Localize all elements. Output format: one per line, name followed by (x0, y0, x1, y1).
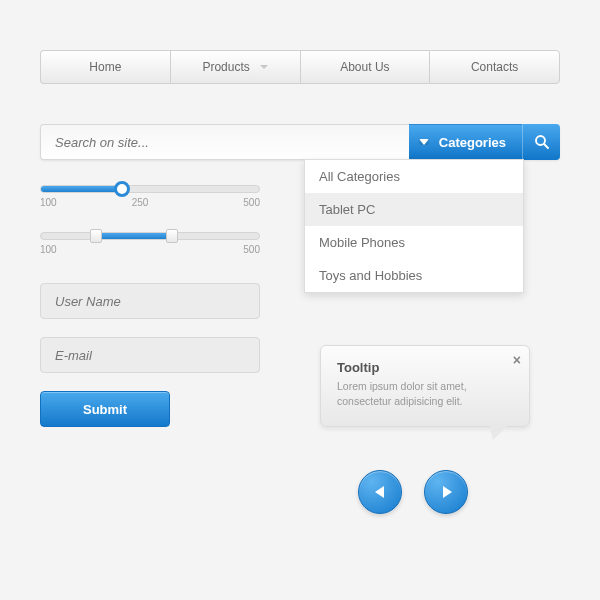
search-bar: Categories (40, 124, 560, 160)
categories-dropdown-button[interactable]: Categories (409, 124, 522, 160)
categories-dropdown-menu: All Categories Tablet PC Mobile Phones T… (304, 159, 524, 293)
search-input[interactable] (40, 124, 409, 160)
arrow-buttons (358, 470, 468, 514)
slider-thumb-min[interactable] (90, 229, 102, 243)
main-nav: Home Products About Us Contacts (40, 50, 560, 84)
slider-thumb[interactable] (114, 181, 130, 197)
nav-item-products[interactable]: Products (170, 50, 300, 84)
next-button[interactable] (424, 470, 468, 514)
email-field[interactable] (40, 337, 260, 373)
categories-label: Categories (439, 135, 506, 150)
submit-button[interactable]: Submit (40, 391, 170, 427)
single-slider: 100 250 500 (40, 185, 260, 208)
nav-item-about[interactable]: About Us (300, 50, 430, 84)
close-icon[interactable]: × (513, 352, 521, 368)
svg-line-1 (544, 144, 548, 148)
slider-labels: 100 500 (40, 244, 260, 255)
nav-label: Home (89, 60, 121, 74)
tooltip-title: Tooltip (337, 360, 513, 375)
nav-label: Products (202, 60, 249, 74)
slider-min: 100 (40, 244, 57, 255)
arrow-right-icon (443, 486, 452, 498)
nav-label: About Us (340, 60, 389, 74)
triangle-down-icon (419, 139, 429, 145)
search-icon (533, 133, 551, 151)
tooltip-body: Lorem ipsum dolor sit amet, consectetur … (337, 379, 513, 408)
dropdown-item[interactable]: Mobile Phones (305, 226, 523, 259)
dropdown-item[interactable]: Tablet PC (305, 193, 523, 226)
sliders-group: 100 250 500 100 500 (40, 185, 260, 255)
dropdown-item[interactable]: All Categories (305, 160, 523, 193)
tooltip-bubble: × Tooltip Lorem ipsum dolor sit amet, co… (320, 345, 530, 427)
slider-max: 500 (243, 244, 260, 255)
slider-mid: 250 (132, 197, 149, 208)
slider-labels: 100 250 500 (40, 197, 260, 208)
slider-min: 100 (40, 197, 57, 208)
slider-thumb-max[interactable] (166, 229, 178, 243)
form-group: Submit (40, 283, 260, 427)
range-slider: 100 500 (40, 232, 260, 255)
username-field[interactable] (40, 283, 260, 319)
slider-track[interactable] (40, 232, 260, 240)
slider-fill (96, 233, 172, 239)
tooltip-tail (489, 424, 509, 440)
chevron-down-icon (260, 65, 268, 69)
search-button[interactable] (522, 124, 560, 160)
nav-label: Contacts (471, 60, 518, 74)
nav-item-home[interactable]: Home (40, 50, 170, 84)
slider-max: 500 (243, 197, 260, 208)
dropdown-item[interactable]: Toys and Hobbies (305, 259, 523, 292)
nav-item-contacts[interactable]: Contacts (429, 50, 560, 84)
slider-track[interactable] (40, 185, 260, 193)
arrow-left-icon (375, 486, 384, 498)
slider-fill (41, 186, 122, 192)
prev-button[interactable] (358, 470, 402, 514)
